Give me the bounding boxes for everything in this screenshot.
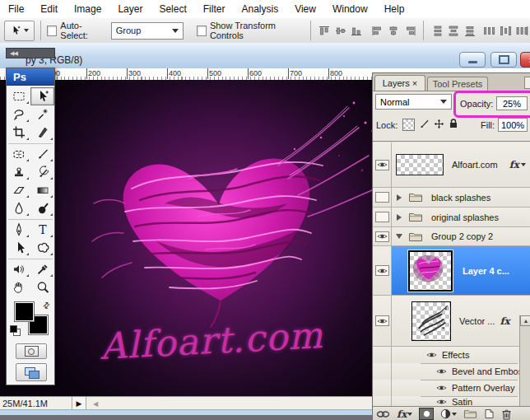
custom-shape-tool[interactable]	[30, 239, 54, 257]
visibility-toggle[interactable]	[375, 265, 389, 276]
align-horizontal-center-button[interactable]	[385, 22, 401, 39]
gradient-tool[interactable]	[30, 181, 54, 199]
clone-stamp-tool[interactable]	[7, 163, 30, 181]
menu-view[interactable]: View	[286, 3, 324, 15]
eyedropper-tool[interactable]	[30, 260, 54, 278]
blend-mode-dropdown[interactable]: Normal	[375, 94, 452, 110]
align-left-button[interactable]	[370, 22, 385, 39]
blur-tool[interactable]	[7, 199, 30, 217]
effect-row-satin[interactable]: Satin	[373, 396, 530, 406]
fx-expand-caret-icon[interactable]	[521, 163, 526, 169]
menu-select[interactable]: Select	[151, 3, 194, 15]
close-button[interactable]: ×	[520, 52, 530, 68]
fx-badge[interactable]: fx	[500, 315, 509, 327]
slice-tool[interactable]	[30, 124, 54, 142]
fill-value-field[interactable]: 100%	[498, 118, 528, 132]
audio-annotation-tool[interactable]	[7, 260, 30, 278]
current-tool-button[interactable]	[4, 21, 35, 41]
move-tool[interactable]	[30, 87, 54, 105]
opacity-value-field[interactable]: 25%	[496, 96, 528, 110]
status-popup-button[interactable]: ▶	[72, 397, 86, 410]
layer-row-alfoart[interactable]: Alfoart.com fx	[373, 142, 530, 188]
distribute-bottom-button[interactable]	[462, 22, 477, 39]
distribute-left-button[interactable]	[482, 22, 498, 39]
brush-tool[interactable]	[30, 145, 54, 163]
menu-filter[interactable]: Filter	[195, 3, 234, 15]
effects-row[interactable]: Effects	[373, 347, 530, 363]
layer-thumbnail-heart[interactable]	[408, 250, 453, 292]
swap-colors-icon[interactable]: ⇄	[40, 300, 52, 311]
maximize-button[interactable]	[490, 52, 517, 68]
distribute-right-button[interactable]	[514, 22, 529, 39]
layer-thumbnail[interactable]	[396, 154, 444, 175]
eye-icon[interactable]	[426, 352, 437, 358]
layer-row-vector[interactable]: Vector ... fx	[373, 296, 530, 347]
distribute-top-button[interactable]	[430, 22, 445, 39]
new-layer-button[interactable]	[484, 408, 495, 419]
path-selection-tool[interactable]	[7, 239, 30, 257]
visibility-toggle[interactable]	[375, 160, 389, 170]
menu-help[interactable]: Help	[376, 3, 413, 15]
tab-layers[interactable]: Layers ×	[374, 75, 425, 91]
eye-icon[interactable]	[436, 368, 447, 375]
screen-mode-button[interactable]	[16, 363, 47, 381]
history-brush-tool[interactable]	[30, 163, 54, 181]
visibility-toggle[interactable]	[375, 231, 389, 242]
align-right-button[interactable]	[402, 22, 417, 39]
layer-row-layer4-selected[interactable]: Layer 4 c...	[373, 246, 530, 296]
lock-all-icon[interactable]	[448, 118, 459, 129]
layers-scrollbar-track[interactable]: ▲	[519, 315, 530, 406]
foreground-color-swatch[interactable]	[15, 302, 34, 321]
menu-layer[interactable]: Layer	[109, 3, 151, 15]
effect-row-bevel[interactable]: Bevel and Emboss	[373, 363, 530, 380]
lasso-tool[interactable]	[7, 105, 30, 124]
menu-analysis[interactable]: Analysis	[233, 3, 286, 15]
panel-menu-button[interactable]	[524, 77, 530, 89]
align-bottom-button[interactable]	[349, 22, 365, 39]
eye-icon[interactable]	[436, 399, 447, 405]
crop-tool[interactable]	[7, 124, 30, 142]
show-transform-checkbox[interactable]	[197, 26, 207, 36]
scroll-left-arrow[interactable]: ◀	[93, 400, 98, 408]
group-row-group2-copy2[interactable]: Group 2 copy 2	[373, 227, 530, 246]
group-row-original-splashes[interactable]: original splashes	[373, 208, 530, 227]
menu-edit[interactable]: Edit	[32, 3, 66, 15]
add-layer-mask-button[interactable]	[419, 408, 434, 420]
delete-layer-trash-button[interactable]	[501, 408, 512, 420]
align-top-button[interactable]	[317, 22, 332, 39]
align-vertical-center-button[interactable]	[332, 22, 348, 39]
layer-thumbnail-vector[interactable]	[411, 301, 451, 341]
tab-tool-presets[interactable]: Tool Presets	[427, 77, 488, 91]
menu-window[interactable]: Window	[324, 3, 376, 15]
magic-wand-tool[interactable]	[30, 105, 54, 124]
visibility-toggle[interactable]	[375, 212, 389, 222]
visibility-toggle[interactable]	[375, 192, 389, 203]
default-colors-icon[interactable]	[10, 325, 20, 335]
collapsed-triangle-icon[interactable]	[397, 194, 402, 201]
auto-select-checkbox[interactable]	[47, 26, 57, 36]
link-layers-button[interactable]	[376, 410, 390, 418]
distribute-horizontal-center-button[interactable]	[498, 22, 514, 39]
visibility-toggle[interactable]	[375, 315, 389, 326]
lock-position-icon[interactable]	[433, 118, 445, 130]
dodge-tool[interactable]	[30, 199, 54, 217]
zoom-tool[interactable]	[30, 278, 54, 296]
menu-image[interactable]: Image	[66, 3, 109, 15]
scroll-up-button[interactable]: ▲	[520, 315, 530, 326]
rectangular-marquee-tool[interactable]	[7, 87, 30, 105]
eraser-tool[interactable]	[7, 181, 30, 199]
fx-badge[interactable]: fx	[509, 159, 519, 170]
minimize-button[interactable]	[459, 52, 486, 68]
auto-select-dropdown[interactable]: Group	[111, 22, 184, 40]
dock-collapse-bar[interactable]: ◀◀	[6, 48, 55, 58]
new-group-button[interactable]	[463, 408, 477, 419]
distribute-vertical-center-button[interactable]	[446, 22, 462, 39]
quick-mask-button[interactable]	[16, 343, 47, 359]
type-tool[interactable]: T	[30, 221, 54, 239]
eye-icon[interactable]	[436, 385, 447, 391]
pen-tool[interactable]	[7, 221, 30, 239]
group-row-black-splashes[interactable]: black splashes	[373, 188, 530, 208]
lock-paint-icon[interactable]	[418, 118, 430, 130]
new-adjustment-layer-button[interactable]	[440, 408, 457, 419]
collapsed-triangle-icon[interactable]	[397, 214, 402, 221]
